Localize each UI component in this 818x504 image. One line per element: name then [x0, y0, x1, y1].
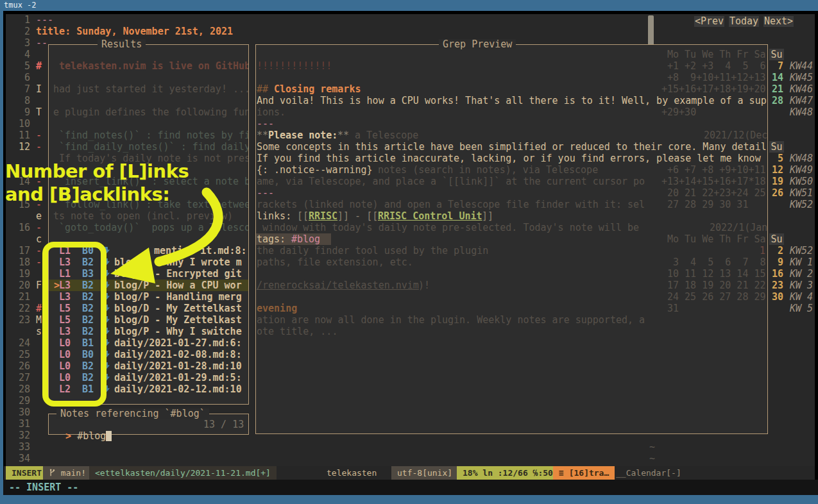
- line-number: 23: [8, 314, 30, 326]
- line-number: 22: [8, 303, 30, 314]
- calendar-grid-dim: +29+30: [661, 106, 696, 118]
- calendar-sunday-date[interactable]: 28: [769, 95, 783, 106]
- line-number: 28: [8, 383, 30, 395]
- dimmed-buffer-text: `goto_today()` pops up a Telesco: [59, 222, 248, 233]
- calendar-sunday-date[interactable]: 26: [769, 187, 783, 199]
- calendar-sunday-date[interactable]: 23: [769, 280, 783, 291]
- preview-line: ote title, ...: [256, 326, 767, 337]
- calendar-week-label: KW47: [790, 95, 813, 106]
- preview-line: evening: [256, 303, 767, 314]
- calendar-nav-prev[interactable]: <Prev: [694, 16, 724, 27]
- calendar-week-label: KW 5: [790, 303, 813, 314]
- result-filename: daily/2021-01-27.md:6:: [114, 337, 242, 349]
- calendar-week-label: KW52: [790, 199, 813, 210]
- line-number: 6: [8, 72, 30, 83]
- dimmed-buffer-text: telekasten.nvim is live on GitHub!: [59, 60, 248, 72]
- calendar-sunday-date[interactable]: 12: [769, 164, 783, 176]
- calendar-grid-dim: 10 11 12 13 14 15: [667, 268, 766, 280]
- calendar-sunday-date[interactable]: 21: [769, 83, 783, 95]
- line-number: 9: [8, 106, 30, 118]
- prompt-input[interactable]: > #blog: [54, 419, 112, 430]
- line-number: 16: [8, 222, 30, 233]
- dimmed-buffer-text: had just started it yesterday! ...: [53, 83, 248, 95]
- buffer-text: -: [36, 256, 42, 268]
- line-number: 12: [8, 141, 30, 153]
- calendar-nav-next[interactable]: Next>: [763, 16, 794, 27]
- calendar-week-label: KW 4: [790, 291, 813, 303]
- mode-indicator: INSERT: [6, 466, 47, 480]
- result-filename: mention it.md:8:: [154, 245, 247, 256]
- buffer-text: #: [36, 60, 42, 72]
- dimmed-buffer-text: `find_daily_notes()` : find daily: [59, 141, 248, 153]
- result-filename: blog/P - Why I switche: [114, 326, 242, 337]
- calendar-sunday-date[interactable]: 9: [769, 256, 783, 268]
- buffer-text: -: [36, 245, 42, 256]
- encoding-segment: utf-8[unix]: [391, 466, 458, 480]
- warning-segment: ≡ [16]tra…: [553, 466, 615, 480]
- calendar-sunday-date[interactable]: 7: [769, 60, 783, 72]
- preview-line: ation are now all done in the plugin. We…: [256, 314, 767, 326]
- calendar-grid-dim: 3 4 5 6 7 8: [667, 256, 766, 268]
- text-cursor: [106, 431, 112, 441]
- annotation-line2: and [B]acklinks:: [5, 183, 169, 205]
- mode-message: -- INSERT --: [9, 481, 78, 494]
- line-number: 20: [8, 280, 30, 291]
- calendar-week-label: KW49: [790, 164, 813, 176]
- calendar-nav-today[interactable]: Today: [729, 16, 759, 27]
- calendar-sunday-date[interactable]: 14: [769, 72, 783, 83]
- line-number: 17: [8, 245, 30, 256]
- calendar-week-label: KW45: [790, 72, 813, 83]
- calendar-week-label: KW48: [790, 106, 813, 118]
- calendar-sunday-date[interactable]: 2: [769, 245, 783, 256]
- line-number: 1: [8, 14, 30, 26]
- calendar-grid-dim: 1: [760, 245, 765, 256]
- result-filename: daily/2021-01-29.md:5:: [114, 372, 242, 383]
- calendar-grid-dim: 20 21 22+23+24 25: [667, 187, 766, 199]
- preview-line: **Please note:**a Telescope: [256, 130, 767, 141]
- calendar-sunday-date[interactable]: 5: [769, 153, 783, 164]
- calendar-grid-dim: 17 18 19 20 21 22: [667, 280, 766, 291]
- calendar-buffer-label: __Calendar[-]: [610, 466, 687, 480]
- buffer-text: I: [36, 83, 42, 95]
- preview-line: window with today's daily note pre-selec…: [256, 222, 767, 233]
- line-number: 21: [8, 291, 30, 303]
- calendar-grid-dim: 31: [667, 303, 679, 314]
- tmux-title: tmux -2: [4, 1, 37, 10]
- result-filename: blog/P - Handling merg: [114, 291, 242, 303]
- calendar-sunday-date[interactable]: 19: [769, 176, 783, 187]
- line-number: 4: [8, 49, 30, 60]
- calendar-week-label: KW 3: [790, 280, 813, 291]
- calendar-week-label: KW 1: [790, 256, 813, 268]
- line-number: 7: [8, 83, 30, 95]
- result-filename: blog/D - My Zettelkast: [114, 314, 242, 326]
- result-counter: 13 / 13: [203, 419, 244, 430]
- result-filename: blog/P - Why I wrote m: [114, 256, 242, 268]
- calendar-grid-dim: +8 9+10+11+12+13: [667, 72, 766, 83]
- preview-line: Some concepts in this article have been …: [256, 141, 767, 153]
- statusline: INSERT main! <ettelkasten/daily/2021-11-…: [4, 466, 815, 480]
- prompt-window-title: Notes referencing `#blog`: [56, 408, 209, 419]
- line-number: 18: [8, 256, 30, 268]
- calendar-sunday-header: Su: [769, 141, 784, 153]
- buffer-text: F: [36, 280, 42, 291]
- command-line: -- INSERT --: [3, 480, 818, 495]
- bottom-blue-bar: [0, 495, 818, 504]
- git-branch-icon: [49, 469, 56, 477]
- calendar-sunday-date[interactable]: 16: [769, 268, 783, 280]
- list-icon: ≡: [559, 468, 564, 478]
- buffer-text: -: [36, 141, 42, 153]
- buffer-text: -: [36, 222, 42, 233]
- dimmed-buffer-text: e plugin defines the following fun: [53, 106, 248, 118]
- calendar-grid-dim: +13+14+15+16+17*18: [661, 176, 766, 187]
- calendar-sunday-date[interactable]: 30: [769, 291, 783, 303]
- buffer-text: c: [36, 233, 42, 245]
- calendar-grid-dim: 27 28 29 30 31: [667, 199, 748, 210]
- calendar-grid-dim: Mo Tu We Th Fr Sa: [667, 49, 766, 60]
- annotation-highlight-box: [42, 242, 107, 407]
- dimmed-buffer-text: ts note to open (incl. preview): [53, 210, 233, 222]
- terminal-left-border: [0, 11, 3, 495]
- annotation-line1: Number of [L]inks: [5, 160, 189, 182]
- calendar-week-label: KW52: [790, 245, 813, 256]
- plugin-name: telekasten: [321, 466, 382, 480]
- preview-line: the daily finder tool used by the plugin: [256, 245, 767, 256]
